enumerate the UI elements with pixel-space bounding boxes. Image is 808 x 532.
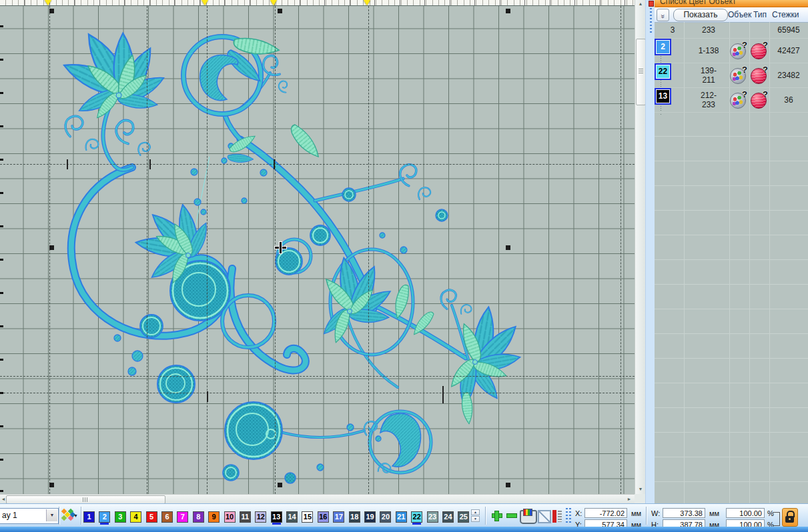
ruler-marker[interactable] <box>201 0 208 5</box>
table-empty-rows <box>655 112 808 503</box>
selection-handle[interactable] <box>506 9 510 13</box>
guide-line-vertical[interactable] <box>621 6 621 494</box>
palette-color-18[interactable]: 18 <box>349 511 360 523</box>
toolbar-grip[interactable] <box>569 508 571 524</box>
vertical-scrollbar-thumb[interactable] <box>636 39 646 105</box>
x-coordinate-input[interactable]: -772.02 <box>584 508 627 518</box>
no-color-button[interactable] <box>538 510 551 523</box>
stitch-range: 1-138 <box>693 46 724 55</box>
layer-combobox[interactable]: ay 1 ▼ <box>0 508 59 524</box>
summary-stitch-count: 65945 <box>771 25 807 35</box>
combobox-dropdown-button[interactable]: ▼ <box>46 509 57 521</box>
show-button[interactable]: Показать <box>673 9 728 21</box>
add-color-button[interactable] <box>491 510 502 521</box>
spinner-down-button[interactable]: ▼ <box>471 516 480 522</box>
ruler-marker[interactable] <box>270 0 277 5</box>
ruler-marker[interactable] <box>45 0 51 5</box>
remove-color-button[interactable] <box>506 510 516 521</box>
selection-handle[interactable] <box>506 483 510 487</box>
palette-color-22[interactable]: 22 <box>411 511 422 523</box>
lock-proportions-button[interactable] <box>782 508 798 527</box>
panel-splitter[interactable] <box>645 0 655 503</box>
selection-handle[interactable] <box>506 245 510 250</box>
canvas-grid[interactable] <box>0 6 635 494</box>
width-percent-input[interactable]: 100.00 <box>726 508 765 518</box>
thread-chart-button[interactable] <box>552 510 562 523</box>
palette-color-7[interactable]: 7 <box>177 511 188 523</box>
selection-handle[interactable] <box>278 9 282 13</box>
palette-color-17[interactable]: 17 <box>333 511 344 523</box>
palette-color-16[interactable]: 16 <box>318 511 329 523</box>
horizontal-scrollbar[interactable]: ◄ ► <box>0 494 635 504</box>
palette-settings-icon[interactable] <box>61 509 75 522</box>
proportion-bracket <box>773 512 780 526</box>
guide-tick <box>67 159 68 169</box>
palette-color-1[interactable]: 1 <box>83 511 95 523</box>
vertical-scrollbar[interactable]: ▲ ▼ <box>635 0 646 494</box>
crosshair-cursor <box>275 242 286 253</box>
selection-handle[interactable] <box>49 245 54 250</box>
palette-color-21[interactable]: 21 <box>396 511 407 523</box>
palette-color-24[interactable]: 24 <box>442 511 454 523</box>
palette-color-2[interactable]: 2 <box>99 511 110 523</box>
palette-color-10[interactable]: 10 <box>224 511 236 523</box>
palette-color-6[interactable]: 6 <box>161 511 173 523</box>
palette-color-9[interactable]: 9 <box>208 511 220 523</box>
ruler-tick <box>0 92 3 94</box>
palette-color-14[interactable]: 14 <box>286 511 298 523</box>
palette-color-3[interactable]: 3 <box>115 511 126 523</box>
width-label: W: <box>651 509 660 517</box>
color-row[interactable]: + 22 139-211 ? ? 23482 <box>655 63 808 88</box>
color-swatch[interactable]: 2 <box>655 39 671 55</box>
horizontal-ruler[interactable] <box>0 0 635 6</box>
design-stems <box>71 73 468 437</box>
color-row[interactable]: + 13 212-233 ? ? 36 <box>655 88 808 113</box>
guide-line-vertical[interactable] <box>49 6 50 494</box>
palette-color-20[interactable]: 20 <box>380 511 391 523</box>
width-input[interactable]: 373.38 <box>663 508 705 518</box>
question-mark-icon: ? <box>763 89 768 99</box>
scroll-down-button[interactable]: ▼ <box>635 485 646 493</box>
palette-color-19[interactable]: 19 <box>364 511 376 523</box>
ruler-marker[interactable] <box>364 0 370 5</box>
palette-color-8[interactable]: 8 <box>193 511 204 523</box>
guide-line-horizontal[interactable] <box>0 376 635 377</box>
guide-line-horizontal[interactable] <box>0 393 635 393</box>
selection-handle[interactable] <box>49 9 54 13</box>
palette-color-13[interactable]: 13 <box>271 511 282 523</box>
palette-dropdown-arrow[interactable]: ▼ <box>73 513 78 518</box>
guide-line-vertical[interactable] <box>147 6 147 494</box>
summary-object-count: 233 <box>693 25 724 35</box>
color-swatch[interactable]: 22 <box>655 63 671 80</box>
thread-catalog-button[interactable] <box>520 510 537 524</box>
column-header-object[interactable]: Объект <box>728 10 752 19</box>
toolbar-grip[interactable] <box>566 508 568 524</box>
layer-combobox-value: ay 1 <box>2 511 17 520</box>
palette-color-25[interactable]: 25 <box>458 511 469 523</box>
palette-color-5[interactable]: 5 <box>146 511 157 523</box>
scroll-right-button[interactable]: ► <box>624 495 635 503</box>
column-header-type[interactable]: Тип <box>753 10 767 19</box>
palette-color-23[interactable]: 23 <box>427 511 438 523</box>
column-header-stitches[interactable]: Стежки <box>772 10 799 19</box>
stitch-range: 139-211 <box>696 66 721 85</box>
question-mark-icon: ? <box>763 65 768 75</box>
palette-color-15[interactable]: 15 <box>302 511 313 523</box>
panel-title-bar[interactable]: Список Цвет Объект <box>655 0 808 7</box>
scroll-up-button[interactable]: ▲ <box>635 0 646 8</box>
spinner-up-button[interactable]: ▲ <box>471 509 480 515</box>
guide-line-vertical[interactable] <box>368 6 369 494</box>
palette-color-12[interactable]: 12 <box>255 511 266 523</box>
color-row[interactable]: + 2 1-138 ? ? 42427 <box>655 39 808 63</box>
palette-color-11[interactable]: 11 <box>240 511 251 523</box>
palette-color-4[interactable]: 4 <box>130 511 141 523</box>
window-bottom-edge <box>0 527 808 532</box>
guide-line-vertical[interactable] <box>207 6 208 494</box>
question-mark-icon: ? <box>763 40 768 50</box>
color-swatch[interactable]: 13 <box>655 88 671 105</box>
selection-handle[interactable] <box>278 483 282 487</box>
selection-handle[interactable] <box>49 483 54 487</box>
collapse-panel-button[interactable]: » <box>657 9 669 21</box>
palette-scroll-spinner[interactable]: ▲ ▼ <box>471 509 480 523</box>
guide-line-horizontal[interactable] <box>0 164 635 165</box>
